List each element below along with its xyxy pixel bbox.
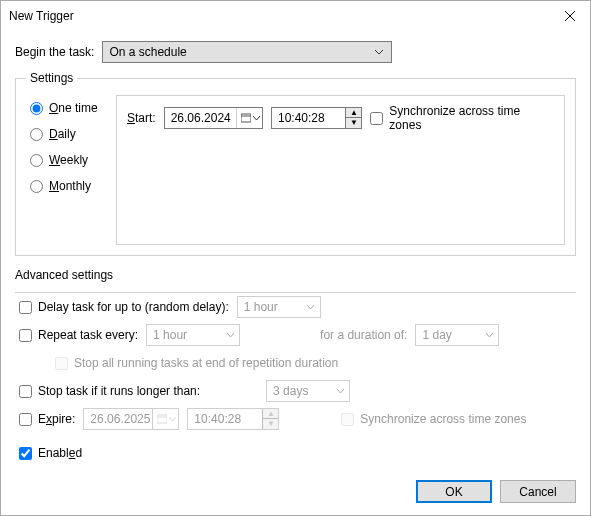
time-spinner[interactable]: ▲ ▼ xyxy=(262,409,278,429)
enabled-label: Enabled xyxy=(38,446,82,460)
delay-combo[interactable]: 1 hour xyxy=(237,296,321,318)
duration-combo[interactable]: 1 day xyxy=(415,324,499,346)
repeat-input[interactable] xyxy=(19,329,32,342)
sync-timezones-label: Synchronize across time zones xyxy=(389,104,554,132)
stop-all-input xyxy=(55,357,68,370)
stop-if-checkbox[interactable]: Stop task if it runs longer than: xyxy=(19,384,200,398)
time-spinner[interactable]: ▲ ▼ xyxy=(345,108,361,128)
expire-time-input[interactable]: 10:40:28 ▲ ▼ xyxy=(187,408,279,430)
delay-value: 1 hour xyxy=(244,300,278,314)
delay-checkbox[interactable]: Delay task for up to (random delay): xyxy=(19,300,229,314)
repeat-checkbox[interactable]: Repeat task every: xyxy=(19,328,138,342)
radio-one-time-input[interactable] xyxy=(30,102,43,115)
begin-task-label: Begin the task: xyxy=(15,45,94,59)
calendar-icon xyxy=(241,113,251,123)
stop-if-label: Stop task if it runs longer than: xyxy=(38,384,200,398)
radio-monthly[interactable]: Monthly xyxy=(30,173,116,199)
repeat-combo[interactable]: 1 hour xyxy=(146,324,240,346)
titlebar: New Trigger xyxy=(1,1,590,31)
settings-group: Settings One time Daily Weekly xyxy=(15,71,576,256)
chevron-down-icon xyxy=(223,333,237,338)
expire-sync-input xyxy=(341,413,354,426)
chevron-down-icon xyxy=(169,417,176,422)
duration-label: for a duration of: xyxy=(320,328,407,342)
stop-if-input[interactable] xyxy=(19,385,32,398)
sync-timezones-checkbox[interactable]: Synchronize across time zones xyxy=(370,104,554,132)
radio-weekly-input[interactable] xyxy=(30,154,43,167)
spin-up-icon[interactable]: ▲ xyxy=(346,108,361,118)
radio-daily[interactable]: Daily xyxy=(30,121,116,147)
start-label: Start: xyxy=(127,111,156,125)
start-time-input[interactable]: 10:40:28 ▲ ▼ xyxy=(271,107,362,129)
new-trigger-dialog: New Trigger Begin the task: On a schedul… xyxy=(0,0,591,516)
spin-down-icon[interactable]: ▼ xyxy=(346,118,361,128)
close-button[interactable] xyxy=(550,1,590,31)
expire-date-input[interactable]: 26.06.2025 xyxy=(83,408,179,430)
svg-rect-2 xyxy=(241,114,251,122)
schedule-options: One time Daily Weekly Monthly xyxy=(26,95,116,245)
delay-label: Delay task for up to (random delay): xyxy=(38,300,229,314)
chevron-down-icon xyxy=(482,333,496,338)
sync-timezones-input[interactable] xyxy=(370,112,383,125)
start-date-value: 26.06.2024 xyxy=(171,111,231,125)
advanced-legend: Advanced settings xyxy=(15,268,576,282)
enabled-checkbox[interactable]: Enabled xyxy=(19,446,82,460)
start-time-value: 10:40:28 xyxy=(278,111,325,125)
chevron-down-icon xyxy=(304,305,318,310)
chevron-down-icon xyxy=(371,50,387,55)
radio-daily-input[interactable] xyxy=(30,128,43,141)
radio-weekly[interactable]: Weekly xyxy=(30,147,116,173)
duration-value: 1 day xyxy=(422,328,451,342)
stop-all-checkbox: Stop all running tasks at end of repetit… xyxy=(55,356,338,370)
stop-all-label: Stop all running tasks at end of repetit… xyxy=(74,356,338,370)
expire-date-value: 26.06.2025 xyxy=(90,412,150,426)
begin-task-value: On a schedule xyxy=(109,45,186,59)
settings-legend: Settings xyxy=(26,71,77,85)
radio-one-time[interactable]: One time xyxy=(30,95,116,121)
window-title: New Trigger xyxy=(9,1,74,31)
expire-sync-checkbox: Synchronize across time zones xyxy=(341,412,526,426)
chevron-down-icon xyxy=(333,389,347,394)
spin-down-icon[interactable]: ▼ xyxy=(263,419,278,429)
close-icon xyxy=(565,11,575,21)
repeat-label: Repeat task every: xyxy=(38,328,138,342)
expire-sync-label: Synchronize across time zones xyxy=(360,412,526,426)
chevron-down-icon xyxy=(253,116,260,121)
cancel-button[interactable]: Cancel xyxy=(500,480,576,503)
expire-checkbox[interactable]: Expire: xyxy=(19,412,75,426)
delay-input[interactable] xyxy=(19,301,32,314)
repeat-value: 1 hour xyxy=(153,328,187,342)
expire-label: Expire: xyxy=(38,412,75,426)
radio-monthly-input[interactable] xyxy=(30,180,43,193)
ok-button[interactable]: OK xyxy=(416,480,492,503)
begin-task-combo[interactable]: On a schedule xyxy=(102,41,392,63)
stop-if-value: 3 days xyxy=(273,384,308,398)
spin-up-icon[interactable]: ▲ xyxy=(263,409,278,419)
start-panel: Start: 26.06.2024 10:40:28 ▲ xyxy=(116,95,565,245)
expire-time-value: 10:40:28 xyxy=(194,412,241,426)
enabled-input[interactable] xyxy=(19,447,32,460)
expire-input[interactable] xyxy=(19,413,32,426)
svg-rect-4 xyxy=(157,415,167,423)
start-date-input[interactable]: 26.06.2024 xyxy=(164,107,263,129)
stop-if-combo[interactable]: 3 days xyxy=(266,380,350,402)
calendar-icon xyxy=(157,414,167,424)
